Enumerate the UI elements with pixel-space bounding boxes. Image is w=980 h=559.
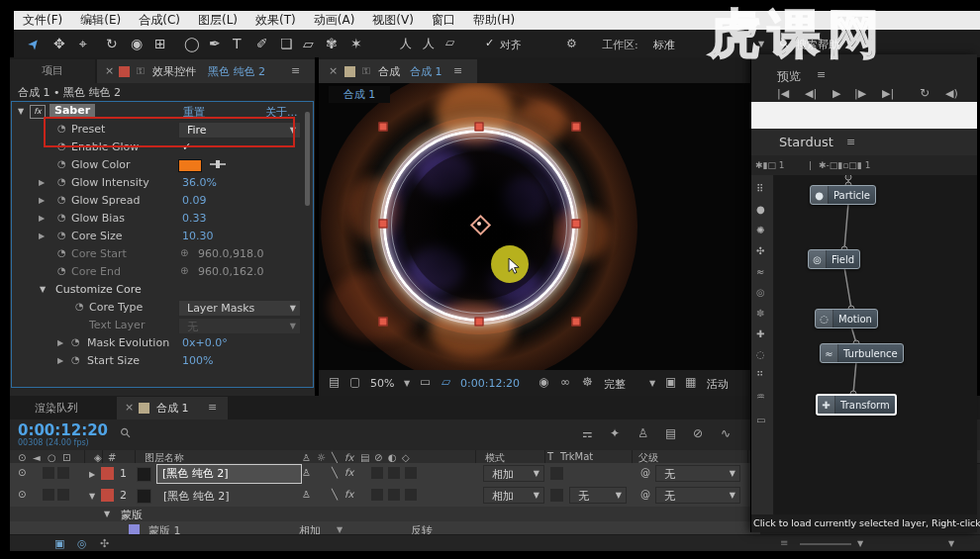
next-frame-button[interactable]: |▶	[854, 88, 866, 99]
gear-icon[interactable]: ⚙	[566, 37, 577, 50]
rotate-tool-icon[interactable]: ↻	[106, 36, 118, 51]
safe-margins-icon[interactable]: ▭	[420, 376, 431, 388]
trkmat-cell[interactable]	[550, 467, 563, 480]
local-axis-icon[interactable]: 人	[400, 36, 412, 52]
zoom-dropdown-icon[interactable]: ▼	[404, 379, 410, 388]
fx-toggle-icon[interactable]: fx	[344, 489, 353, 500]
about-button[interactable]: 关于...	[265, 105, 298, 120]
replica-node-icon[interactable]: ⠛	[756, 370, 763, 381]
play-button[interactable]: ▶	[833, 88, 840, 99]
menu-window[interactable]: 窗口	[423, 11, 464, 30]
layer-row-2[interactable]: ⊙ ▼ 2 [黑色 纯色 2] ♙ ╲ fx 相加▼ 无▼ @ 无▼	[10, 485, 760, 508]
close-icon[interactable]: ×	[125, 401, 134, 414]
twirl-closed-icon[interactable]: ▶	[89, 470, 95, 479]
tab-render-queue[interactable]: 渲染队列	[35, 401, 78, 416]
pan-behind-tool-icon[interactable]: ⊞	[154, 36, 166, 51]
snap-checkbox[interactable]: ✓	[485, 37, 494, 49]
turbulence-node-icon[interactable]: ≈	[756, 266, 764, 277]
tab-effect-controls[interactable]: × ⚿ 效果控件 黑色 纯色 2 ≡	[97, 59, 315, 83]
selection-handle[interactable]	[572, 318, 581, 326]
transparency-grid-icon[interactable]: ▦	[685, 376, 696, 388]
switch-cell[interactable]	[371, 489, 383, 501]
resolution-dropdown-icon[interactable]: ▼	[649, 379, 655, 388]
frame-blending-icon[interactable]: ▤	[665, 427, 676, 439]
property-value[interactable]: 0x+0.0°	[182, 336, 228, 349]
node-transform[interactable]: ✚Transform	[816, 394, 897, 416]
stamp-tool-icon[interactable]: ❏	[280, 36, 293, 51]
lock-icon[interactable]: ⚿	[362, 65, 370, 77]
draft-3d-icon[interactable]: ✦	[610, 427, 620, 439]
particle-node-icon[interactable]: ●	[756, 204, 765, 215]
quality-toggle-icon[interactable]: ╲	[332, 467, 338, 478]
tab-project[interactable]: 项目	[10, 59, 95, 83]
core-type-dropdown[interactable]: Layer Masks ▼	[178, 300, 301, 317]
brush-tool-icon[interactable]: ✐	[256, 36, 268, 51]
pickwhip-icon[interactable]: @	[640, 489, 650, 500]
parent-dropdown[interactable]: 无▼	[655, 487, 740, 504]
composition-flowchart-icon[interactable]: ⚎	[582, 427, 593, 439]
twirl-closed-icon[interactable]: ▶	[57, 338, 63, 347]
resolution-value[interactable]: 完整	[604, 377, 626, 392]
tab-timeline-comp[interactable]: × 合成 1 ≡	[117, 397, 228, 419]
target-region-icon[interactable]: ▣	[665, 376, 676, 388]
selection-handle[interactable]	[572, 220, 581, 229]
composition-viewport[interactable]: 合成 1	[319, 83, 750, 370]
shy-toggle-icon[interactable]: ♙	[302, 489, 311, 500]
menu-composition[interactable]: 合成(C)	[130, 11, 189, 30]
lock-icon[interactable]: ⚿	[137, 65, 145, 77]
emitter-node-icon[interactable]: ⠿	[756, 183, 763, 194]
panel-menu-icon[interactable]: ≡	[846, 136, 855, 148]
panel-menu-icon[interactable]: ≡	[817, 68, 826, 81]
selection-handle[interactable]	[475, 123, 484, 132]
menu-layer[interactable]: 图层(L)	[189, 11, 246, 30]
pickwhip-icon[interactable]: @	[640, 467, 650, 478]
eye-icon[interactable]: ⊙	[18, 489, 26, 500]
stopwatch-icon[interactable]: ◔	[71, 354, 80, 365]
group-name[interactable]: Customize Core	[55, 283, 142, 296]
trkmat-dropdown[interactable]: 无▼	[569, 487, 627, 504]
last-frame-button[interactable]: ▶|	[882, 88, 894, 99]
solo-cell[interactable]	[43, 489, 54, 501]
stopwatch-icon[interactable]: ◔	[57, 194, 66, 205]
layer-name-selected[interactable]: [黑色 纯色 2]	[156, 464, 302, 484]
property-value[interactable]: 0.09	[182, 194, 207, 207]
twirl-closed-icon[interactable]: ▶	[39, 214, 45, 223]
mask-mode-value[interactable]: 相加	[299, 523, 321, 534]
lock-cell[interactable]	[57, 489, 69, 501]
transform-node-icon[interactable]: ✚	[756, 328, 764, 339]
viewer-subtab[interactable]: 合成 1	[329, 86, 390, 103]
node-particle[interactable]: ●Particle	[810, 185, 876, 205]
stopwatch-icon[interactable]: ◔	[57, 140, 66, 151]
effect-name[interactable]: Saber	[49, 104, 95, 117]
blend-mode-dropdown[interactable]: 相加▼	[483, 465, 544, 482]
snap-label[interactable]: 对齐	[500, 38, 522, 52]
hide-shy-layers-icon[interactable]: ♙	[637, 427, 648, 439]
panel-menu-icon[interactable]: ≡	[453, 64, 462, 77]
loop-button[interactable]: ↻	[920, 87, 930, 99]
field-node-icon[interactable]: ◎	[756, 287, 765, 298]
switch-cell[interactable]	[388, 489, 400, 501]
twirl-open-icon[interactable]: ▼	[18, 107, 24, 116]
menu-help[interactable]: 帮助(H)	[464, 11, 524, 30]
panel-menu-icon[interactable]: ≡	[291, 64, 300, 77]
world-axis-icon[interactable]: 人	[423, 36, 435, 52]
frame-blending-toggle-icon[interactable]: ▣	[54, 537, 64, 550]
stardust-space-indicator[interactable]: ✱-□▮▫□▮ 1	[819, 160, 870, 170]
trkmat-cell[interactable]	[550, 489, 563, 502]
chevron-down-icon[interactable]: ▼	[948, 539, 954, 548]
region-of-interest-icon[interactable]: ▱	[441, 376, 450, 388]
stopwatch-icon[interactable]: ◔	[57, 176, 66, 187]
panel-node-icon[interactable]: ▭	[756, 415, 765, 425]
switch-cell[interactable]	[388, 467, 400, 479]
previous-frame-button[interactable]: ◀|	[805, 88, 817, 99]
active-camera-label[interactable]: 活动	[707, 377, 729, 392]
fx-toggle-icon[interactable]: fx	[344, 467, 353, 478]
switch-cell[interactable]	[405, 467, 417, 479]
current-timecode[interactable]: 0:00:12:20	[18, 421, 108, 439]
solo-cell[interactable]	[43, 467, 54, 479]
selection-handle[interactable]	[572, 123, 581, 132]
channels-icon[interactable]: ☸	[582, 376, 593, 388]
property-value[interactable]: 10.30	[182, 230, 214, 242]
timeline-zoom-slider[interactable]	[800, 543, 851, 545]
node-field[interactable]: ◎Field	[808, 249, 860, 269]
